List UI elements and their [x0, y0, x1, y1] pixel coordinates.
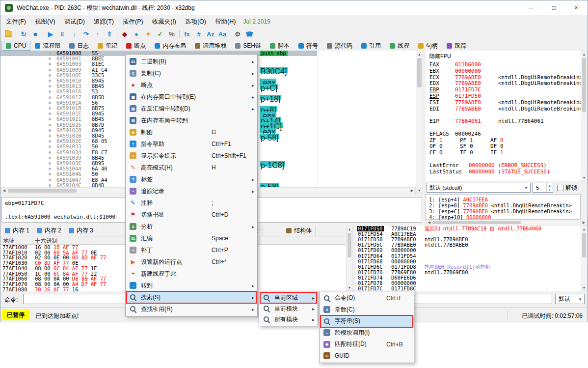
- menubar-item[interactable]: 调试(D): [60, 16, 89, 28]
- run-to-user-code-icon[interactable]: ⇑: [104, 28, 115, 39]
- scroll-thumb[interactable]: [582, 58, 586, 112]
- argument-line[interactable]: 2: [esp+8] 77B9ABE0 <ntdll.DbgUiRemoteBr…: [429, 202, 572, 208]
- breakpoint-dot[interactable]: [49, 168, 51, 170]
- pause-icon[interactable]: ‖: [56, 28, 68, 39]
- checkbox-box[interactable]: [557, 185, 563, 191]
- breakpoint-dot[interactable]: [49, 80, 51, 82]
- stack-row[interactable]: 0171FD5077B9AC19返回到 ntdll.77B9AC19 自 ntd…: [356, 226, 581, 231]
- stack-row[interactable]: 0171FD7800000000: [356, 281, 581, 286]
- stack-pane[interactable]: 0171FD5077B9AC19返回到 ntdll.77B9AC19 自 ntd…: [356, 226, 581, 291]
- breakpoint-dot[interactable]: [49, 74, 51, 77]
- menu-item-trace-record[interactable]: ≡追踪记录▸: [126, 185, 257, 197]
- dump-header-address[interactable]: 地址: [3, 237, 14, 245]
- scroll-up-icon[interactable]: ▲: [581, 51, 587, 57]
- register-line[interactable]: CF 0TF 0IF 1: [429, 149, 580, 156]
- menubar-item[interactable]: 插件(P): [118, 16, 148, 28]
- hash-icon[interactable]: #: [193, 28, 205, 39]
- arguments-pane[interactable]: 1: [esp+4] A0C17EEA2: [esp+8] 77B9ABE0 <…: [426, 194, 581, 220]
- menu-item-find-references[interactable]: 查找引用(R)▸: [126, 303, 257, 315]
- tab-memory-map[interactable]: 内存布局: [150, 41, 190, 51]
- tab-call-stack[interactable]: 调用堆栈: [190, 41, 231, 51]
- menu-item-new-thread-here[interactable]: +新建线程于此: [126, 268, 257, 280]
- check-icon[interactable]: ✓: [154, 28, 166, 39]
- breakpoint-dot[interactable]: [49, 184, 51, 187]
- breakpoint-dot[interactable]: [49, 118, 51, 120]
- tab-log[interactable]: 日志: [65, 41, 93, 51]
- menu-item-constant[interactable]: #常数(C): [320, 304, 414, 316]
- breakpoint-dot[interactable]: [49, 57, 51, 60]
- bottom-tab-memory-3[interactable]: 内存 3: [65, 226, 97, 236]
- settings-gear-icon[interactable]: ⚙: [232, 28, 243, 39]
- menu-item-show-mnemonic-brief[interactable]: i显示指令提示Ctrl+Shift+F1: [126, 150, 257, 162]
- stop-icon[interactable]: ■: [29, 28, 41, 39]
- tab-handles[interactable]: 句柄: [414, 41, 442, 51]
- menu-item-label[interactable]: T标签▸: [126, 173, 257, 185]
- step-into-icon[interactable]: ↓: [68, 28, 80, 39]
- register-line[interactable]: ZF 1PF 1AF 0: [429, 137, 580, 143]
- spinner-down-icon[interactable]: ▼: [547, 188, 553, 192]
- breakpoint-dot[interactable]: [49, 85, 51, 87]
- scroll-thumb[interactable]: [347, 233, 351, 257]
- stack-row[interactable]: 0171FD6000000000: [356, 248, 581, 253]
- register-line[interactable]: OF 0SF 0DF 0: [429, 143, 580, 149]
- step-over-icon[interactable]: ↷: [80, 28, 92, 39]
- breakpoint-dot[interactable]: [49, 90, 51, 93]
- stack-row[interactable]: 0171FD6C0171FDD8指向SEH_Record[1]的指针: [356, 264, 581, 270]
- menubar-item[interactable]: 文件(F): [1, 16, 30, 28]
- register-line[interactable]: ESP0171FD50: [429, 93, 580, 99]
- argument-line[interactable]: 1: [esp+4] A0C17EEA: [429, 197, 488, 202]
- menu-item-copy[interactable]: C复制(C)▸: [126, 67, 257, 79]
- disasm-vertical-scrollbar[interactable]: ▲▼: [416, 51, 423, 194]
- menu-item-goto[interactable]: →转到▸: [126, 280, 257, 291]
- command-profile-select[interactable]: 默认 ▾: [555, 294, 585, 304]
- breakpoint-dot[interactable]: [49, 151, 51, 154]
- menu-item-guid[interactable]: GGUID: [320, 350, 414, 362]
- minimize-button[interactable]: ─: [520, 0, 542, 15]
- scroll-right-icon[interactable]: ▶: [581, 220, 587, 225]
- breakpoint-dot[interactable]: [49, 52, 51, 55]
- tab-cpu[interactable]: CPU: [1, 41, 30, 51]
- hide-fpu-button[interactable]: 隐藏FPU: [429, 53, 451, 60]
- dump-header-hex[interactable]: 十六进制: [35, 237, 57, 245]
- execute-till-return-icon[interactable]: ↑: [92, 28, 104, 39]
- tab-seh-chain[interactable]: SEH链: [231, 41, 266, 51]
- breakpoint-dot[interactable]: [49, 69, 51, 71]
- stack-vertical-scrollbar[interactable]: ▲▼: [581, 226, 588, 291]
- scroll-thumb[interactable]: [417, 58, 422, 87]
- breakpoint-dot[interactable]: [49, 145, 51, 148]
- registers-pane[interactable]: 隐藏FPU EAX01186000EBX00000000ECX77B9ABE0<…: [426, 51, 581, 181]
- breakpoint-dot[interactable]: [49, 102, 51, 104]
- register-line[interactable]: LastError00000000 (ERROR_SUCCESS): [429, 162, 580, 169]
- registers-vertical-scrollbar[interactable]: ▲▼: [581, 51, 588, 181]
- menubar-item[interactable]: 帮助(H): [211, 16, 240, 28]
- tab-notes[interactable]: 笔记: [93, 41, 122, 51]
- scroll-up-icon[interactable]: ▲: [347, 226, 352, 232]
- register-line[interactable]: EDI77B9ABE0<ntdll.DbgUiRemoteBreakin>: [429, 106, 580, 112]
- argument-line[interactable]: 3: [esp+C] 77B9ABE0 <ntdll.DbgUiRemoteBr…: [429, 208, 572, 214]
- arguments-horizontal-scrollbar[interactable]: ◀▶: [426, 220, 588, 226]
- menu-item-instruction-help[interactable]: ?指令帮助Ctrl+F1: [126, 138, 257, 150]
- scroll-thumb[interactable]: [582, 233, 586, 257]
- close-button[interactable]: ×: [565, 0, 588, 15]
- stack-row[interactable]: 0171FD74D60FE6D6: [356, 275, 581, 281]
- menu-item-breakpoint[interactable]: ●断点▸: [126, 79, 257, 91]
- breakpoint-dot[interactable]: [49, 96, 51, 99]
- menu-item-assemble[interactable]: 01汇编Space: [126, 232, 257, 244]
- trace-over-icon[interactable]: ✦: [142, 28, 154, 39]
- menu-item-patch[interactable]: +补丁Ctrl+P: [126, 244, 257, 256]
- tab-trace[interactable]: 跟踪: [442, 41, 471, 51]
- scroll-down-icon[interactable]: ▼: [347, 284, 352, 291]
- scroll-right-icon[interactable]: ▶: [409, 188, 415, 194]
- tab-flow-graph[interactable]: 流程图: [30, 41, 65, 51]
- percent-icon[interactable]: %: [166, 28, 178, 39]
- scroll-thumb[interactable]: [432, 221, 521, 224]
- breakpoint-dot[interactable]: [49, 124, 51, 126]
- menu-item-binary[interactable]: 01二进制(B)▸: [126, 56, 257, 67]
- breakpoint-dot[interactable]: [49, 129, 51, 132]
- bottom-tab-struct[interactable]: 结构体: [283, 226, 316, 236]
- unlock-checkbox[interactable]: 解锁: [557, 184, 577, 192]
- register-line[interactable]: EBX00000000: [429, 68, 580, 74]
- stack-row[interactable]: 0171FD5C77B9ABE0ntdll.77B9ABE0: [356, 242, 581, 248]
- register-line[interactable]: LastStatus00000000 (STATUS_SUCCESS): [429, 169, 580, 175]
- tab-source[interactable]: 源代码: [322, 41, 357, 51]
